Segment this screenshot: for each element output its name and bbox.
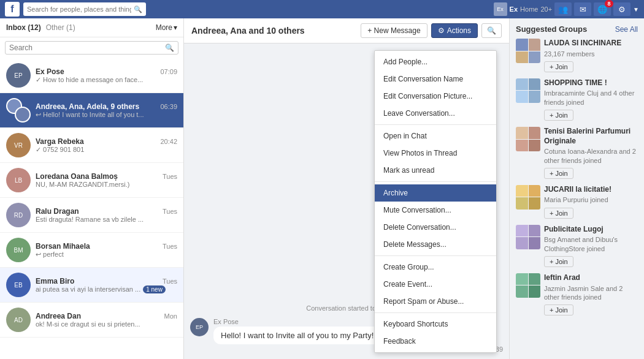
dropdown-item-archive[interactable]: Archive [375, 184, 496, 202]
dropdown-section-2: Open in Chat View Photos in Thread Mark … [375, 125, 496, 182]
list-item[interactable]: VR Varga Rebeka 20:42 ✓ 0752 901 801 [0, 128, 183, 163]
join-group-button[interactable]: + Join [544, 304, 573, 316]
message-content: Loredana Oana Balmoș Tues NU, M-AM RAZGA… [36, 172, 177, 188]
join-group-button[interactable]: + Join [544, 110, 573, 121]
join-group-button[interactable]: + Join [544, 168, 573, 179]
message-preview: Esti draguta! Ramane sa vb zilele ... [36, 216, 177, 223]
gear-icon: ⚙ [438, 26, 445, 35]
group-name: LAUDA SI INCHINARE [544, 39, 638, 48]
join-group-button[interactable]: + Join [544, 256, 573, 267]
message-content: Varga Rebeka 20:42 ✓ 0752 901 801 [36, 137, 177, 154]
dropdown-item-leave[interactable]: Leave Conversation... [375, 105, 496, 122]
search-bar[interactable]: 🔍 [23, 2, 146, 16]
list-item[interactable]: Andreea, Ana, Adela, 9 others 06:39 ↩ He… [0, 93, 183, 128]
message-time: Mon [164, 312, 177, 320]
group-info: SHOPPING TIME ! Imbracaminte Cluj and 4 … [544, 78, 638, 121]
group-meta: Maria Purpuriu joined [544, 195, 638, 204]
group-thumbnail [516, 273, 540, 298]
group-meta: Bsg Amanet and Dibuu's ClothingStore joi… [544, 235, 638, 253]
dropdown-item-edit-picture[interactable]: Edit Conversation Picture... [375, 88, 496, 105]
group-name: JUCARII la licitatie! [544, 185, 638, 195]
inbox-search-bar[interactable]: 🔍 [5, 41, 178, 55]
dropdown-item-open-chat[interactable]: Open in Chat [375, 127, 496, 145]
list-item[interactable]: LB Loredana Oana Balmoș Tues NU, M-AM RA… [0, 163, 183, 198]
list-item[interactable]: AD Andreea Dan Mon ok! M-si ce dragut si… [0, 303, 183, 338]
dropdown-item-feedback[interactable]: Feedback [375, 333, 496, 350]
nav-username[interactable]: Ex [510, 6, 518, 13]
join-group-button[interactable]: + Join [544, 208, 573, 219]
nav-dropdown-arrow[interactable]: ▼ [633, 6, 639, 13]
dropdown-item-keyboard-shortcuts[interactable]: Keyboard Shortcuts [375, 316, 496, 333]
new-message-button[interactable]: + New Message [361, 23, 427, 38]
dropdown-item-edit-name[interactable]: Edit Conversation Name [375, 70, 496, 88]
more-button[interactable]: More ▾ [156, 23, 177, 32]
group-name: Publicitate Lugoj [544, 225, 638, 235]
dropdown-section-1: Add People... Edit Conversation Name Edi… [375, 51, 496, 125]
message-time: 06:39 [160, 103, 177, 110]
nav-home-link[interactable]: Home [520, 6, 538, 13]
actions-dropdown-menu: Add People... Edit Conversation Name Edi… [374, 50, 497, 353]
message-time: Tues [163, 243, 177, 250]
group-name: Ieftin Arad [544, 273, 638, 283]
join-group-button[interactable]: + Join [544, 61, 573, 72]
list-item: SHOPPING TIME ! Imbracaminte Cluj and 4 … [516, 78, 638, 121]
new-message-badge: 1 new [143, 285, 166, 293]
sender-avatar: EP [190, 318, 209, 336]
group-thumbnail [516, 39, 540, 63]
sender-name: Ralu Dragan [36, 207, 79, 216]
nav-avatar[interactable]: Ex [494, 2, 507, 16]
avatar [6, 98, 31, 123]
sender-name: Loredana Oana Balmoș [36, 172, 118, 181]
list-item: Ieftin Arad Jazmin Jasmin Sale and 2 oth… [516, 273, 638, 316]
group-thumbnail [516, 225, 540, 249]
list-item[interactable]: RD Ralu Dragan Tues Esti draguta! Ramane… [0, 198, 183, 233]
settings-icon-btn[interactable]: ⚙ [613, 2, 631, 16]
group-meta: Jazmin Jasmin Sale and 2 other friends j… [544, 284, 638, 302]
more-chevron-icon: ▾ [174, 23, 177, 32]
facebook-logo[interactable]: f [5, 2, 20, 17]
dropdown-item-create-group[interactable]: Create Group... [375, 259, 496, 276]
conversation-actions: + New Message ⚙ Actions 🔍 [361, 23, 502, 38]
dropdown-item-report-spam[interactable]: Report Spam or Abuse... [375, 293, 496, 310]
search-input[interactable] [27, 6, 131, 13]
see-all-link[interactable]: See All [615, 25, 638, 34]
dropdown-item-delete-messages[interactable]: Delete Messages... [375, 236, 496, 253]
inbox-header: Inbox (12) Other (1) More ▾ [0, 18, 183, 37]
sender-name: Ex Pose [36, 67, 64, 76]
friends-icon-btn[interactable]: 👥 [554, 2, 572, 16]
message-preview: NU, M-AM RAZGANDIT.mersi.) [36, 181, 177, 188]
dropdown-section-5: Keyboard Shortcuts Feedback [375, 313, 496, 352]
group-name: Tenisi Balerini Parfumuri Originale [544, 127, 638, 146]
conversation-header: Andreea, Ana and 10 others + New Message… [184, 18, 509, 43]
avatar: EP [6, 63, 31, 88]
dropdown-item-add-people[interactable]: Add People... [375, 53, 496, 70]
inbox-tabs: Inbox (12) Other (1) [6, 23, 156, 32]
main-layout: Inbox (12) Other (1) More ▾ 🔍 EP Ex Pose… [0, 18, 644, 359]
messages-icon-btn[interactable]: ✉ [574, 2, 591, 16]
notifications-icon-btn[interactable]: 🌐 8 [594, 2, 611, 16]
message-time: 20:42 [160, 138, 177, 145]
list-item[interactable]: EP Ex Pose 07:09 ✓ How to hide a message… [0, 58, 183, 93]
list-item[interactable]: EB Emma Biro Tues ai putea sa vi ayi la … [0, 268, 183, 303]
sender-name: Emma Biro [36, 277, 74, 285]
inbox-search-input[interactable] [9, 43, 163, 52]
more-label: More [156, 23, 172, 32]
tab-inbox[interactable]: Inbox (12) [6, 23, 41, 32]
inbox-search-icon: 🔍 [165, 43, 174, 52]
message-content: Andreea Dan Mon ok! M-si ce dragut si eu… [36, 312, 177, 328]
search-conversation-button[interactable]: 🔍 [481, 23, 502, 38]
center-panel: Andreea, Ana and 10 others + New Message… [184, 18, 509, 359]
dropdown-item-mute[interactable]: Mute Conversation... [375, 202, 496, 219]
list-item: Tenisi Balerini Parfumuri Originale Cotu… [516, 127, 638, 179]
tab-other[interactable]: Other (1) [46, 23, 75, 32]
dropdown-item-view-photos[interactable]: View Photos in Thread [375, 145, 496, 162]
bubble-text: Hello! I want to Invite all of you to my… [213, 327, 381, 344]
group-info: LAUDA SI INCHINARE 23,167 members + Join [544, 39, 638, 72]
actions-button[interactable]: ⚙ Actions [431, 23, 478, 38]
list-item[interactable]: BM Borsan Mihaela Tues ↩ perfect [0, 233, 183, 268]
dropdown-item-create-event[interactable]: Create Event... [375, 276, 496, 293]
message-list: EP Ex Pose 07:09 ✓ How to hide a message… [0, 58, 183, 359]
dropdown-item-delete-conv[interactable]: Delete Conversation... [375, 219, 496, 236]
dropdown-item-mark-unread[interactable]: Mark as unread [375, 162, 496, 179]
list-item: LAUDA SI INCHINARE 23,167 members + Join [516, 39, 638, 72]
